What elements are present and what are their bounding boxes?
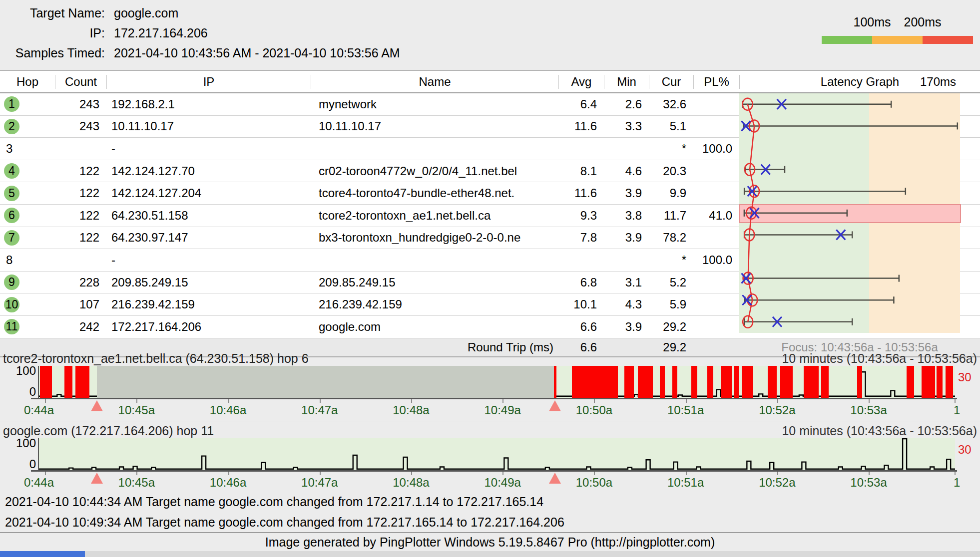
ip-label: IP:: [0, 26, 105, 40]
table-header-row: Hop Count IP Name Avg Min Cur PL% Latenc…: [0, 70, 980, 93]
col-header-latency-graph[interactable]: Latency Graph 170ms: [739, 75, 980, 89]
hop-badge: 7: [4, 230, 19, 246]
timeline-plot-area[interactable]: [39, 366, 955, 398]
avg-cell: 9.3: [558, 209, 604, 223]
route-change-marker-icon[interactable]: [549, 473, 561, 484]
timeline-plot-area[interactable]: [39, 438, 955, 470]
count-cell: 107: [55, 297, 106, 311]
legend-green-segment: [822, 36, 872, 44]
time-label: 10:49a: [484, 403, 520, 417]
cur-cell: 20.3: [649, 164, 693, 178]
packet-loss-bar: [554, 366, 557, 398]
summary-header: Target Name: google.com IP: 172.217.164.…: [0, 0, 980, 70]
col-header-ip[interactable]: IP: [106, 75, 311, 89]
timeline-range-label: 10 minutes (10:43:56a - 10:53:56a): [782, 424, 977, 438]
time-label: 10:47a: [301, 476, 338, 490]
route-change-marker-icon[interactable]: [549, 400, 561, 411]
generated-by-footer: Image generated by PingPlotter Windows 5…: [0, 532, 980, 551]
legend-200ms-label: 200ms: [904, 15, 941, 29]
hop-row-10[interactable]: 10107216.239.42.159216.239.42.15910.14.3…: [0, 293, 980, 316]
hop-number: 3: [0, 142, 55, 156]
name-cell: 209.85.249.15: [311, 276, 558, 289]
time-label: 10:52a: [759, 403, 795, 417]
col-header-min[interactable]: Min: [604, 75, 649, 89]
legend-100ms-label: 100ms: [853, 15, 891, 29]
packet-loss-bar: [821, 366, 829, 398]
route-change-marker-icon[interactable]: [91, 473, 103, 484]
time-label: 10:48a: [393, 403, 429, 417]
no-data-region: [97, 366, 554, 398]
time-label: 10:52a: [759, 476, 795, 490]
time-label: 10:49a: [484, 476, 520, 490]
minute-tick: [686, 399, 687, 403]
cur-cell: 5.2: [649, 276, 693, 289]
hop-row-7[interactable]: 712264.230.97.147bx3-torontoxn_hundredgi…: [0, 227, 980, 250]
packet-loss-bar: [572, 366, 618, 398]
hop-row-4[interactable]: 4122142.124.127.70cr02-toroon4772w_0/2/0…: [0, 160, 980, 183]
minute-tick: [502, 399, 503, 403]
hop-row-5[interactable]: 5122142.124.127.204tcore4-toronto47-bund…: [0, 182, 980, 205]
hop-row-6[interactable]: 612264.230.51.158tcore2-torontoxn_ae1.ne…: [0, 205, 980, 227]
hop-number-badge: 11: [0, 319, 55, 334]
timeline-title: tcore2-torontoxn_ae1.net.bell.ca (64.230…: [3, 351, 309, 366]
packet-loss-bar: [734, 366, 739, 398]
minute-tick: [45, 399, 46, 403]
hop-row-3[interactable]: 3-*100.0: [0, 138, 980, 160]
minute-tick: [411, 399, 412, 403]
avg-cell: 10.1: [558, 297, 604, 311]
target-name-line: Target Name: google.com: [0, 6, 599, 20]
min-cell: 2.6: [604, 97, 649, 111]
hop-row-2[interactable]: 224310.11.10.1710.11.10.1711.63.35.1: [0, 116, 980, 138]
latency-graph-label: Latency Graph: [821, 75, 899, 89]
hop-row-9[interactable]: 9228209.85.249.15209.85.249.156.83.15.2: [0, 272, 980, 294]
hop-row-1[interactable]: 1243192.168.2.1mynetwork6.42.632.6: [0, 93, 980, 116]
name-cell: tcore4-toronto47-bundle-ether48.net.: [311, 186, 558, 200]
hop-number-badge: 6: [0, 208, 55, 223]
cur-cell: 11.7: [649, 209, 693, 223]
packet-loss-bar: [937, 366, 943, 398]
hop-number-badge: 10: [0, 297, 55, 312]
hop-badge: 5: [4, 186, 19, 201]
hop-badge: 11: [4, 319, 19, 334]
col-header-avg[interactable]: Avg: [558, 75, 604, 89]
time-label: 10:50a: [576, 403, 612, 417]
timeline-range-label: 10 minutes (10:43:56a - 10:53:56a): [782, 351, 977, 366]
minute-tick: [869, 399, 870, 403]
legend-amber-segment: [872, 36, 923, 44]
col-header-name[interactable]: Name: [311, 75, 558, 89]
min-cell: 3.1: [604, 276, 649, 289]
ip-line: IP: 172.217.164.206: [0, 26, 599, 40]
hop-row-8[interactable]: 8-*100.0: [0, 249, 980, 272]
hop-number: 8: [0, 253, 55, 267]
min-cell: 3.9: [604, 186, 649, 200]
min-cell: 3.9: [604, 320, 649, 334]
time-label: 10:51a: [667, 403, 704, 417]
hop-number-badge: 1: [0, 96, 55, 112]
cur-cell: 5.9: [649, 297, 693, 311]
col-header-pl[interactable]: PL%: [693, 75, 739, 89]
y-axis-100-label: 100: [1, 436, 36, 450]
bottom-strip: [0, 551, 980, 557]
packet-loss-bar: [691, 366, 697, 398]
y-axis-0-label: 0: [1, 457, 36, 471]
count-cell: 122: [55, 231, 106, 245]
samples-line: Samples Timed: 2021-04-10 10:43:56 AM - …: [0, 46, 599, 60]
hop-row-11[interactable]: 11242172.217.164.206google.com6.63.929.2: [0, 316, 980, 338]
name-cell: cr02-toroon4772w_0/2/0/4_11.net.bel: [311, 164, 558, 178]
cur-cell: 9.9: [649, 186, 693, 200]
packet-loss-bar: [660, 366, 664, 398]
count-cell: 228: [55, 276, 106, 289]
packet-loss-cell: 100.0: [693, 253, 739, 267]
route-change-marker-icon[interactable]: [91, 400, 103, 411]
time-label: 10:45a: [118, 403, 155, 417]
latency-line: [39, 438, 955, 470]
col-header-cur[interactable]: Cur: [649, 75, 693, 89]
time-label: 10:51a: [667, 476, 704, 490]
name-cell: tcore2-torontoxn_ae1.net.bell.ca: [311, 209, 558, 223]
hop-badge: 9: [4, 275, 19, 290]
bottom-blue-bar: [0, 551, 85, 557]
packet-loss-bar: [804, 366, 819, 398]
col-header-count[interactable]: Count: [55, 75, 106, 89]
count-cell: 242: [55, 320, 106, 334]
col-header-hop[interactable]: Hop: [0, 75, 55, 89]
